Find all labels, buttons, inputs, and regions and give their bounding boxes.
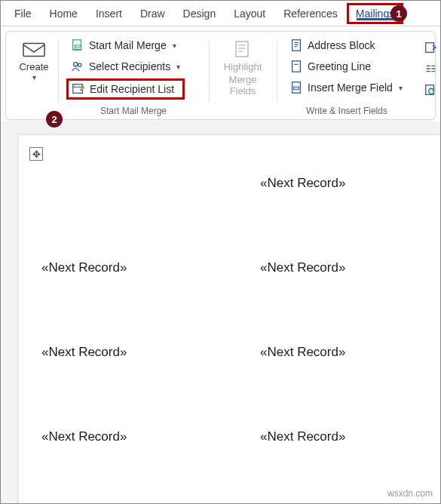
- watermark: wsxdn.com: [387, 488, 433, 499]
- tab-references[interactable]: References: [274, 3, 347, 24]
- svg-point-4: [78, 63, 81, 66]
- svg-rect-7: [236, 41, 248, 57]
- ribbon-card: Create ▾ Start Mail Merge ▾: [5, 31, 436, 120]
- document-icon: [289, 38, 303, 52]
- chevron-down-icon: ▾: [32, 73, 36, 81]
- select-recipients-button[interactable]: Select Recipients ▾: [66, 57, 185, 75]
- select-recipients-label: Select Recipients: [89, 60, 170, 72]
- address-block-button[interactable]: Address Block: [285, 36, 407, 54]
- label-cell[interactable]: [41, 176, 200, 191]
- greeting-line-label: Greeting Line: [308, 60, 371, 72]
- svg-rect-2: [75, 45, 81, 49]
- start-merge-list: Start Mail Merge ▾ Select Recipients ▾ E…: [66, 36, 185, 100]
- labels-grid: «Next Record» «Next Record» «Next Record…: [38, 170, 421, 450]
- chevron-down-icon: ▾: [176, 63, 180, 71]
- page[interactable]: ✥ «Next Record» «Next Record» «Next Reco…: [19, 135, 440, 503]
- highlight-line1: Highlight: [224, 62, 262, 73]
- label-cell[interactable]: «Next Record»: [41, 345, 200, 360]
- tab-draw[interactable]: Draw: [131, 3, 174, 24]
- insert-merge-field-button[interactable]: Insert Merge Field ▾: [285, 78, 407, 97]
- svg-rect-0: [23, 44, 44, 57]
- callout-1: 1: [390, 5, 407, 22]
- ribbon: Create ▾ Start Mail Merge ▾: [1, 26, 440, 121]
- highlight-merge-fields-button: Highlight Merge Fields: [217, 36, 268, 100]
- group-highlight-label: [241, 106, 243, 116]
- group-create-label: [32, 106, 35, 116]
- label-cell[interactable]: «Next Record»: [41, 260, 200, 275]
- edit-recipient-list-label: Edit Recipient List: [90, 83, 174, 95]
- label-cell[interactable]: «Next Record»: [260, 176, 418, 191]
- edit-recipient-list-button[interactable]: Edit Recipient List: [66, 78, 185, 100]
- chevron-down-icon: ▾: [173, 41, 176, 50]
- label-cell[interactable]: «Next Record»: [260, 429, 418, 444]
- ribbon-tabs: File Home Insert Draw Design Layout Refe…: [1, 1, 440, 26]
- side-icons: [421, 36, 439, 116]
- group-start-mail-merge: Start Mail Merge ▾ Select Recipients ▾ E…: [62, 36, 205, 116]
- table-move-handle[interactable]: ✥: [29, 147, 43, 161]
- document-area: ✥ «Next Record» «Next Record» «Next Reco…: [1, 121, 440, 503]
- label-cell[interactable]: «Next Record»: [41, 429, 200, 444]
- envelope-icon: [23, 39, 45, 60]
- tab-home[interactable]: Home: [41, 3, 87, 24]
- start-mail-merge-button[interactable]: Start Mail Merge ▾: [66, 36, 185, 54]
- edit-list-icon: [72, 82, 85, 96]
- match-fields-icon[interactable]: [424, 62, 437, 75]
- tab-file[interactable]: File: [5, 3, 41, 24]
- document-icon: [289, 60, 303, 73]
- chevron-down-icon: ▾: [399, 84, 403, 92]
- address-block-label: Address Block: [308, 39, 375, 51]
- create-label: Create: [19, 62, 48, 73]
- svg-rect-11: [292, 40, 301, 51]
- svg-rect-15: [292, 61, 301, 72]
- group-write-insert-label: Write & Insert Fields: [306, 106, 387, 116]
- svg-rect-18: [293, 87, 299, 90]
- group-highlight: Highlight Merge Fields: [213, 36, 273, 116]
- people-icon: [71, 60, 84, 73]
- document-field-icon: [289, 81, 303, 94]
- tab-layout[interactable]: Layout: [225, 3, 274, 24]
- label-cell[interactable]: «Next Record»: [260, 345, 418, 360]
- start-mail-merge-label: Start Mail Merge: [89, 39, 167, 51]
- write-insert-list: Address Block Greeting Line Insert Merge…: [285, 36, 407, 97]
- svg-point-3: [74, 63, 78, 66]
- rules-icon[interactable]: [424, 41, 437, 54]
- insert-merge-field-label: Insert Merge Field: [308, 81, 393, 94]
- greeting-line-button[interactable]: Greeting Line: [285, 57, 407, 75]
- group-write-insert: Address Block Greeting Line Insert Merge…: [280, 36, 413, 116]
- svg-rect-19: [426, 43, 434, 53]
- highlight-line2: Merge Fields: [222, 75, 264, 97]
- group-start-merge-label: Start Mail Merge: [100, 106, 167, 116]
- tab-insert[interactable]: Insert: [87, 3, 131, 24]
- update-labels-icon[interactable]: [424, 83, 437, 97]
- document-mail-icon: [71, 38, 84, 52]
- highlight-doc-icon: [231, 39, 254, 60]
- callout-2: 2: [46, 111, 63, 128]
- group-create: Create ▾: [14, 36, 54, 116]
- create-button[interactable]: Create ▾: [14, 36, 53, 85]
- label-cell[interactable]: «Next Record»: [260, 260, 418, 275]
- tab-design[interactable]: Design: [174, 3, 225, 24]
